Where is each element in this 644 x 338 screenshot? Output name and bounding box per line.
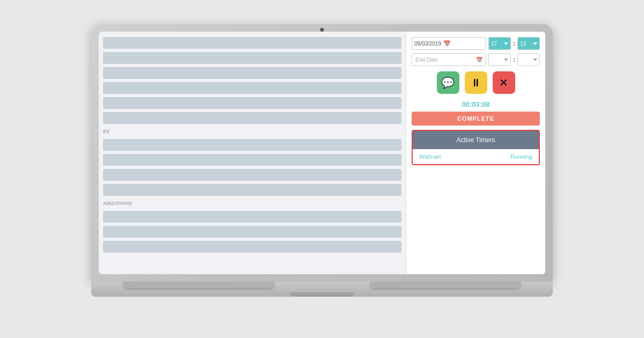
pause-icon: ⏸: [471, 77, 481, 89]
screen-content: ES ANIZATIONS: [99, 32, 545, 274]
message-button[interactable]: 💬: [437, 71, 459, 94]
close-icon: ✕: [499, 76, 508, 89]
active-timers-header: Active Timers: [413, 131, 539, 149]
action-buttons: 💬 ⏸ ✕: [412, 71, 540, 94]
chevron-down-icon: [504, 58, 508, 61]
end-date-placeholder: End Date: [415, 57, 438, 63]
pause-button[interactable]: ⏸: [465, 71, 487, 94]
time-colon: :: [513, 56, 515, 63]
content-row: [103, 226, 401, 238]
main-area: ES ANIZATIONS: [99, 32, 406, 274]
content-row: [103, 154, 401, 166]
complete-button[interactable]: COMPLETE: [412, 112, 540, 126]
active-timers-panel: Active Timers Walmart Running: [412, 130, 540, 165]
hour-select[interactable]: 17: [488, 37, 511, 50]
laptop-foot-left: [123, 282, 274, 288]
laptop-feet: [91, 282, 553, 288]
laptop-lid: ES ANIZATIONS: [91, 24, 553, 282]
chevron-down-icon: [504, 42, 508, 45]
complete-label: COMPLETE: [457, 115, 494, 122]
minute-select[interactable]: 13: [517, 37, 540, 50]
content-row: [103, 184, 401, 196]
content-row: [103, 112, 401, 124]
start-date-field[interactable]: 09/03/2019 📅: [412, 37, 486, 50]
time-colon: :: [513, 40, 515, 47]
start-date-value: 09/03/2019: [414, 41, 441, 47]
end-minute-select[interactable]: [517, 53, 540, 66]
timer-display: 00:03:08: [412, 100, 540, 108]
laptop-foot-right: [370, 282, 521, 288]
message-icon: 💬: [441, 76, 455, 89]
content-row: [103, 97, 401, 109]
datetime-row: 09/03/2019 📅 17 : 13: [412, 37, 540, 50]
content-row: [103, 67, 401, 79]
laptop-screen: ES ANIZATIONS: [99, 32, 545, 274]
content-row: [103, 37, 401, 49]
chevron-down-icon: [533, 42, 537, 45]
active-timers-title: Active Timers: [456, 136, 495, 144]
content-row: [103, 241, 401, 253]
content-row: [103, 82, 401, 94]
close-button[interactable]: ✕: [493, 71, 515, 94]
calendar-icon[interactable]: 📅: [476, 57, 482, 63]
right-panel: 09/03/2019 📅 17 : 13: [406, 32, 545, 274]
timer-org-name[interactable]: Walmart: [419, 153, 441, 160]
timer-status: Running: [510, 153, 532, 160]
active-timer-row: Walmart Running: [413, 149, 539, 164]
camera-dot: [320, 28, 324, 32]
section-label-2: ANIZATIONS: [103, 199, 401, 208]
content-row: [103, 211, 401, 223]
calendar-icon[interactable]: 📅: [443, 40, 451, 47]
end-date-field[interactable]: End Date 📅: [412, 53, 486, 66]
content-row: [103, 139, 401, 151]
content-row: [103, 169, 401, 181]
content-row: [103, 52, 401, 64]
laptop-container: ES ANIZATIONS: [91, 24, 553, 314]
chevron-down-icon: [533, 58, 537, 61]
enddate-row: End Date 📅 :: [412, 53, 540, 66]
section-label-1: ES: [103, 127, 401, 136]
timer-value: 00:03:08: [462, 100, 489, 108]
laptop-base: [91, 282, 553, 297]
end-hour-select[interactable]: [488, 53, 511, 66]
